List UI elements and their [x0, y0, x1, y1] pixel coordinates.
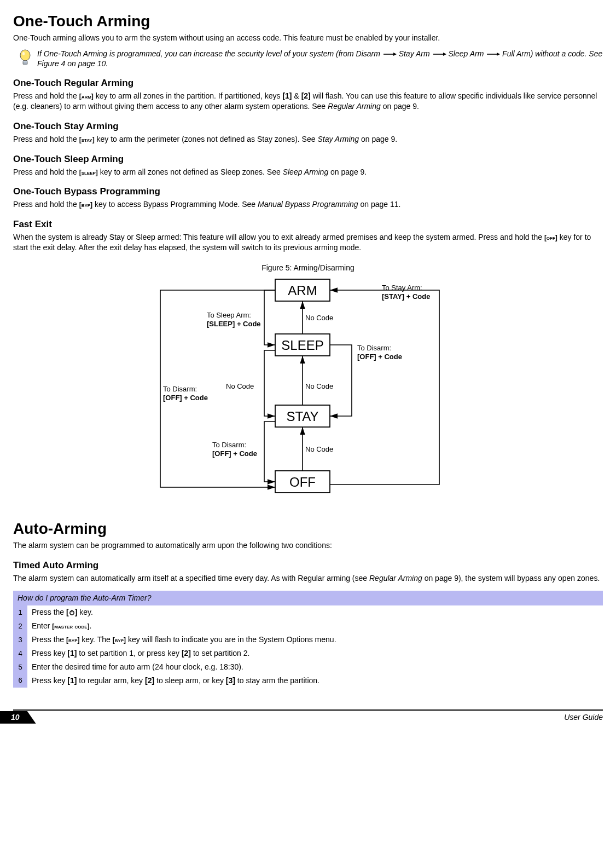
svg-text:To Sleep Arm:: To Sleep Arm:: [207, 311, 251, 319]
svg-marker-8: [443, 53, 446, 56]
table-row: 5 Enter the desired time for auto arm (2…: [13, 660, 603, 674]
svg-point-1: [22, 52, 25, 55]
svg-text:No Code: No Code: [226, 382, 254, 390]
svg-point-0: [20, 50, 30, 61]
heading-bypass-programming: One-Touch Bypass Programming: [13, 186, 603, 198]
svg-marker-6: [393, 53, 397, 56]
svg-text:To Disarm:: To Disarm:: [163, 385, 197, 393]
svg-text:STAY: STAY: [286, 409, 318, 424]
intro-onetouch: One-Touch arming allows you to arm the s…: [13, 33, 603, 43]
svg-text:To Disarm:: To Disarm:: [357, 344, 391, 352]
heading-fast-exit: Fast Exit: [13, 218, 603, 231]
note-text: If One-Touch Arming is programmed, you c…: [37, 49, 603, 68]
svg-text:No Code: No Code: [305, 445, 333, 453]
arrow-right-icon: [486, 51, 500, 57]
svg-text:No Code: No Code: [305, 382, 333, 390]
heading-onetouch-arming: One-Touch Arming: [13, 11, 603, 32]
table-row: 6 Press key [1] to regular arm, key [2] …: [13, 674, 603, 688]
svg-text:No Code: No Code: [305, 314, 333, 322]
power-icon: [69, 609, 75, 615]
svg-text:[OFF] + Code: [OFF] + Code: [357, 353, 402, 361]
para-timed-auto: The alarm system can automatically arm i…: [13, 573, 603, 584]
table-row: 2 Enter [master code].: [13, 619, 603, 633]
heading-timed-auto: Timed Auto Arming: [13, 559, 603, 572]
para-bypass-programming: Press and hold the [byp] key to access B…: [13, 199, 603, 210]
arrow-right-icon: [382, 51, 397, 57]
heading-stay-arming: One-Touch Stay Arming: [13, 120, 603, 133]
para-regular-arming: Press and hold the [arm] key to arm all …: [13, 91, 603, 112]
svg-rect-2: [23, 61, 27, 65]
figure-caption: Figure 5: Arming/Disarming: [261, 263, 355, 273]
footer-title: User Guide: [564, 712, 603, 723]
table-row: 3 Press the [byp] key. The [byp] key wil…: [13, 633, 603, 647]
table-row: 1 Press the [] key.: [13, 605, 603, 619]
svg-text:OFF: OFF: [289, 475, 316, 489]
heading-sleep-arming: One-Touch Sleep Arming: [13, 153, 603, 166]
figure-arming-disarming: Figure 5: Arming/Disarming To Disarm: [O…: [13, 263, 603, 506]
page-footer: 10 User Guide: [13, 709, 603, 724]
heading-auto-arming: Auto-Arming: [13, 518, 603, 539]
svg-text:To Disarm:: To Disarm:: [212, 441, 246, 449]
page-number: 10: [0, 711, 36, 724]
para-fast-exit: When the system is already Stay or Sleep…: [13, 232, 603, 253]
svg-text:[STAY] + Code: [STAY] + Code: [382, 292, 431, 301]
svg-text:SLEEP: SLEEP: [281, 338, 323, 353]
arrow-right-icon: [432, 51, 446, 57]
howto-title: How do I program the Auto-Arm Timer?: [13, 591, 603, 605]
svg-text:[SLEEP] + Code: [SLEEP] + Code: [207, 320, 261, 328]
svg-text:To Stay Arm:: To Stay Arm:: [382, 284, 422, 292]
svg-marker-10: [497, 53, 500, 56]
note-box: If One-Touch Arming is programmed, you c…: [13, 49, 603, 68]
lightbulb-icon: [19, 49, 32, 67]
para-sleep-arming: Press and hold the [sleep] key to arm al…: [13, 167, 603, 177]
svg-text:[OFF] + Code: [OFF] + Code: [163, 394, 208, 402]
intro-auto-arming: The alarm system can be programmed to au…: [13, 540, 603, 551]
svg-text:[OFF] + Code: [OFF] + Code: [212, 449, 257, 458]
svg-text:ARM: ARM: [288, 283, 317, 298]
howto-table: How do I program the Auto-Arm Timer? 1 P…: [13, 591, 603, 687]
table-row: 4 Press key [1] to set partition 1, or p…: [13, 647, 603, 660]
arming-disarming-diagram: To Disarm: [OFF] + Code To Sleep Arm: [S…: [122, 276, 494, 506]
heading-regular-arming: One-Touch Regular Arming: [13, 77, 603, 90]
para-stay-arming: Press and hold the [stay] key to arm the…: [13, 134, 603, 145]
